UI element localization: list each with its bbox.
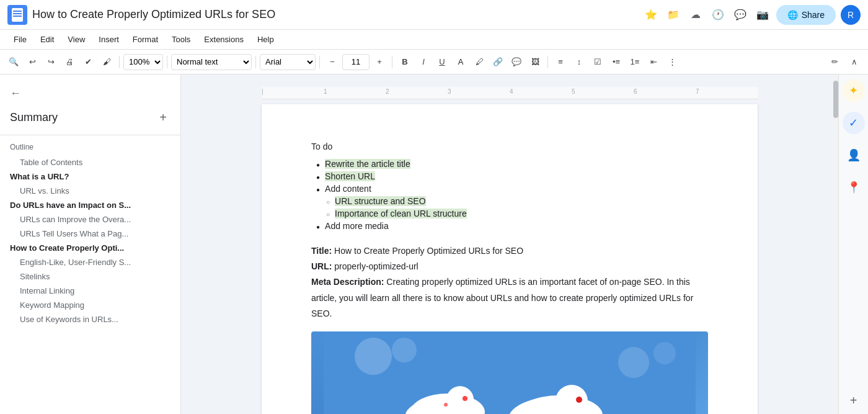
todo-item-add-media: Add more media	[325, 221, 389, 231]
bullet-icon: ●	[316, 186, 320, 193]
doc-image: ✕	[311, 331, 708, 414]
zoom-select[interactable]: 100%	[123, 54, 163, 70]
text-color-button[interactable]: A	[452, 53, 469, 71]
star-button[interactable]: ⭐	[642, 6, 660, 24]
image-button[interactable]: 🖼	[526, 53, 544, 71]
document-area[interactable]: | 1 2 3 4 5 6 7 To do ● Rewrite the arti…	[181, 74, 838, 414]
bold-button[interactable]: B	[396, 53, 414, 71]
doc-icon-inner	[12, 8, 23, 22]
outline-item-internal-linking[interactable]: Internal Linking	[0, 284, 180, 298]
svg-point-2	[392, 338, 417, 362]
line-spacing-button[interactable]: ↕	[570, 53, 588, 71]
menu-file[interactable]: File	[7, 32, 33, 47]
outline-item-keyword-mapping[interactable]: Keyword Mapping	[0, 298, 180, 312]
tasks-panel-button[interactable]: ✓	[843, 112, 865, 134]
sidebar-back-button[interactable]: ←	[0, 82, 180, 105]
bulleted-list-button[interactable]: •≡	[608, 53, 625, 71]
menu-extensions[interactable]: Extensions	[198, 32, 250, 47]
cloud-button[interactable]: ☁	[687, 6, 704, 24]
collapse-toolbar-button[interactable]: ∧	[846, 53, 863, 71]
divider-6	[547, 56, 548, 68]
summary-add-button[interactable]: +	[156, 110, 170, 125]
svg-text:✕: ✕	[577, 397, 581, 403]
align-button[interactable]: ≡	[552, 53, 569, 71]
menu-edit[interactable]: Edit	[34, 32, 60, 47]
outline-item-what-is-url[interactable]: What is a URL?	[0, 169, 180, 184]
scrollbar-track[interactable]	[833, 74, 838, 414]
outline-item-how-to-create[interactable]: How to Create Properly Opti...	[0, 241, 180, 255]
right-panel-add-button[interactable]: +	[845, 392, 862, 409]
list-item: ○ URL structure and SEO	[326, 196, 708, 206]
maps-panel-button[interactable]: 📍	[843, 176, 865, 199]
search-button[interactable]: 🔍	[5, 53, 22, 71]
menu-tools[interactable]: Tools	[166, 32, 197, 47]
outline-item-english-like[interactable]: English-Like, User-Friendly S...	[0, 255, 180, 269]
indent-decrease-button[interactable]: ⇤	[645, 53, 662, 71]
comment-button[interactable]: 💬	[732, 6, 749, 24]
zoom-control[interactable]: 100%	[123, 54, 163, 70]
app-icon	[7, 5, 27, 25]
list-item: ● Add content	[316, 184, 708, 194]
hero-image-svg: ✕	[324, 331, 696, 414]
document-page[interactable]: To do ● Rewrite the article title ● Shor…	[262, 104, 758, 414]
outline-item-table-of-contents[interactable]: Table of Contents	[0, 155, 180, 169]
text-style-select[interactable]: Normal text	[171, 54, 252, 70]
outline-item-url-vs-links[interactable]: URL vs. Links	[0, 184, 180, 198]
sidebar: ← Summary + Outline Table of Contents Wh…	[0, 74, 181, 414]
paint-format-button[interactable]: 🖌	[98, 53, 115, 71]
main-layout: ← Summary + Outline Table of Contents Wh…	[0, 74, 868, 414]
font-size-decrease-button[interactable]: −	[324, 53, 341, 71]
menu-view[interactable]: View	[61, 32, 91, 47]
divider-1	[119, 56, 120, 68]
spellcheck-button[interactable]: ✔	[79, 53, 97, 71]
print-button[interactable]: 🖨	[61, 53, 78, 71]
todo-item-clean-url: Importance of clean URL structure	[335, 209, 467, 218]
document-title: How to Create Properly Optimized URLs fo…	[32, 8, 637, 21]
svg-point-1	[355, 338, 392, 375]
todo-item-shorten: Shorten URL	[325, 171, 375, 181]
menu-help[interactable]: Help	[251, 32, 280, 47]
font-size-input[interactable]	[342, 54, 370, 70]
undo-button[interactable]: ↩	[24, 53, 41, 71]
history-button[interactable]: 🕐	[709, 6, 727, 24]
svg-point-3	[618, 347, 649, 378]
share-icon: 🌐	[787, 10, 798, 20]
menu-insert[interactable]: Insert	[92, 32, 125, 47]
bullet-icon: ●	[316, 174, 320, 181]
toolbar: 🔍 ↩ ↪ 🖨 ✔ 🖌 100% Normal text Arial − + B…	[0, 50, 868, 74]
scrollbar-thumb[interactable]	[833, 81, 838, 118]
todo-list-cont: ● Add more media	[316, 221, 708, 231]
outline-item-urls-improve[interactable]: URLs can Improve the Overa...	[0, 212, 180, 227]
title-icons: ⭐ 📁 ☁ 🕐 💬 📷 🌐 Share R	[642, 5, 861, 25]
more-options-button[interactable]: ⋮	[663, 53, 681, 71]
font-family-select[interactable]: Arial	[260, 54, 316, 70]
todo-sub-list: ○ URL structure and SEO ○ Importance of …	[326, 196, 708, 218]
outline-item-use-of-keywords[interactable]: Use of Keywords in URLs...	[0, 312, 180, 326]
share-button[interactable]: 🌐 Share	[776, 5, 836, 25]
svg-point-8	[463, 396, 467, 401]
comment-inline-button[interactable]: 💬	[508, 53, 525, 71]
right-panel: ✦ ✓ 👤 📍 +	[838, 74, 868, 414]
contacts-panel-button[interactable]: 👤	[843, 144, 865, 166]
bullet-icon: ●	[316, 223, 320, 230]
summary-label: Summary	[10, 111, 58, 124]
underline-button[interactable]: U	[433, 53, 451, 71]
numbered-list-button[interactable]: 1≡	[626, 53, 644, 71]
folder-button[interactable]: 📁	[665, 6, 682, 24]
menu-format[interactable]: Format	[126, 32, 164, 47]
outline-item-sitelinks[interactable]: Sitelinks	[0, 269, 180, 284]
redo-button[interactable]: ↪	[42, 53, 60, 71]
doc-meta: Title: How to Create Properly Optimized …	[311, 243, 708, 322]
outline-item-urls-tell-users[interactable]: URLs Tell Users What a Pag...	[0, 227, 180, 241]
meet-button[interactable]: 📷	[754, 6, 771, 24]
todo-list: ● Rewrite the article title ● Shorten UR…	[316, 159, 708, 194]
edit-mode-button[interactable]: ✏	[826, 53, 843, 71]
font-size-increase-button[interactable]: +	[371, 53, 388, 71]
outline-item-do-urls-impact[interactable]: Do URLs have an Impact on S...	[0, 198, 180, 212]
highlight-button[interactable]: 🖊	[471, 53, 488, 71]
link-button[interactable]: 🔗	[489, 53, 507, 71]
checklist-button[interactable]: ☑	[589, 53, 606, 71]
gemini-panel-button[interactable]: ✦	[843, 79, 865, 102]
meta-url-line: URL: properly-optimized-url	[311, 259, 708, 274]
italic-button[interactable]: I	[415, 53, 432, 71]
